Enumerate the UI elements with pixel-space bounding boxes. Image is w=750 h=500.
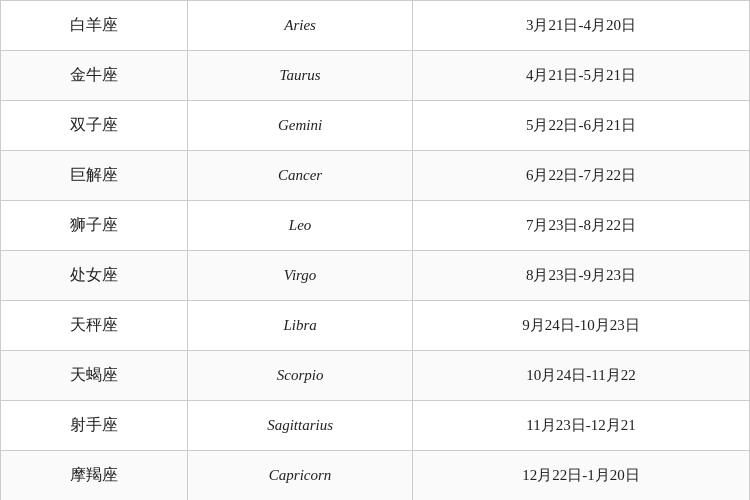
english-name: Gemini: [188, 101, 413, 151]
zodiac-table-container: 白羊座Aries3月21日-4月20日金牛座Taurus4月21日-5月21日双…: [0, 0, 750, 500]
english-name: Taurus: [188, 51, 413, 101]
table-row: 处女座Virgo8月23日-9月23日: [1, 251, 750, 301]
table-row: 白羊座Aries3月21日-4月20日: [1, 1, 750, 51]
table-row: 金牛座Taurus4月21日-5月21日: [1, 51, 750, 101]
zodiac-table: 白羊座Aries3月21日-4月20日金牛座Taurus4月21日-5月21日双…: [0, 0, 750, 500]
date-range: 8月23日-9月23日: [412, 251, 749, 301]
english-name: Virgo: [188, 251, 413, 301]
chinese-name: 处女座: [1, 251, 188, 301]
date-range: 4月21日-5月21日: [412, 51, 749, 101]
date-range: 10月24日-11月22: [412, 351, 749, 401]
chinese-name: 摩羯座: [1, 451, 188, 501]
chinese-name: 狮子座: [1, 201, 188, 251]
chinese-name: 白羊座: [1, 1, 188, 51]
table-row: 双子座Gemini5月22日-6月21日: [1, 101, 750, 151]
english-name: Sagittarius: [188, 401, 413, 451]
date-range: 12月22日-1月20日: [412, 451, 749, 501]
chinese-name: 天蝎座: [1, 351, 188, 401]
chinese-name: 双子座: [1, 101, 188, 151]
english-name: Cancer: [188, 151, 413, 201]
english-name: Libra: [188, 301, 413, 351]
chinese-name: 金牛座: [1, 51, 188, 101]
table-row: 天蝎座Scorpio10月24日-11月22: [1, 351, 750, 401]
table-row: 摩羯座Capricorn12月22日-1月20日: [1, 451, 750, 501]
date-range: 9月24日-10月23日: [412, 301, 749, 351]
date-range: 11月23日-12月21: [412, 401, 749, 451]
table-row: 天秤座Libra9月24日-10月23日: [1, 301, 750, 351]
date-range: 3月21日-4月20日: [412, 1, 749, 51]
chinese-name: 巨解座: [1, 151, 188, 201]
english-name: Capricorn: [188, 451, 413, 501]
table-row: 射手座Sagittarius11月23日-12月21: [1, 401, 750, 451]
table-row: 巨解座Cancer6月22日-7月22日: [1, 151, 750, 201]
english-name: Aries: [188, 1, 413, 51]
date-range: 6月22日-7月22日: [412, 151, 749, 201]
table-row: 狮子座Leo7月23日-8月22日: [1, 201, 750, 251]
date-range: 7月23日-8月22日: [412, 201, 749, 251]
chinese-name: 射手座: [1, 401, 188, 451]
chinese-name: 天秤座: [1, 301, 188, 351]
date-range: 5月22日-6月21日: [412, 101, 749, 151]
english-name: Leo: [188, 201, 413, 251]
english-name: Scorpio: [188, 351, 413, 401]
